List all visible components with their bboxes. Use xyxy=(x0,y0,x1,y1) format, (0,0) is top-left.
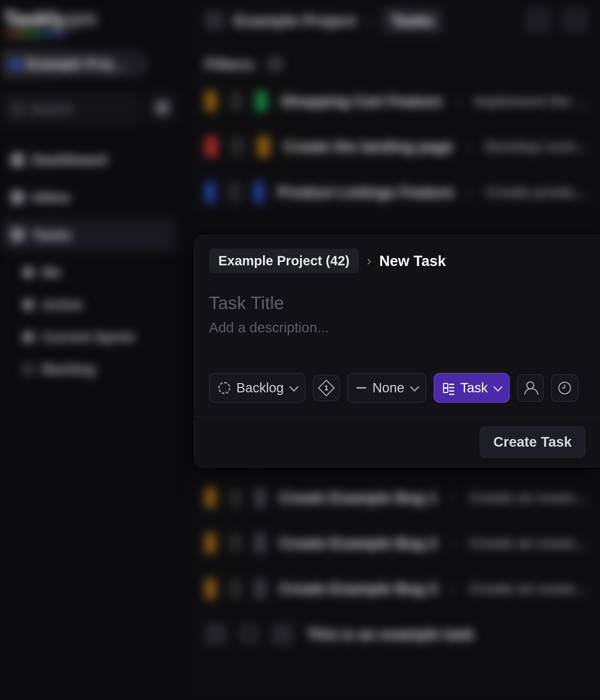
task-row[interactable]: Create Example Bug 1›Create an exam… xyxy=(205,487,589,508)
task-desc: Create an exam… xyxy=(469,489,589,506)
sidebar-item-dashboard[interactable]: Dashboard xyxy=(1,143,177,177)
task-type-icon xyxy=(443,382,454,394)
task-category-square xyxy=(253,181,264,203)
brand-name: Taskly xyxy=(4,7,66,30)
brand-logo: Tasklypm xyxy=(1,7,177,31)
task-desc: Implement the … xyxy=(474,93,589,109)
subnav-current-sprint[interactable]: Current Sprint xyxy=(14,322,178,351)
task-title: This is an example task xyxy=(307,626,474,643)
create-task-button[interactable]: Create Task xyxy=(480,426,585,458)
task-title: Create Example Bug 3 xyxy=(279,580,438,597)
modal-header: Example Project (42) › New Task xyxy=(194,235,600,276)
add-filter-button[interactable] xyxy=(267,56,283,72)
settings-button[interactable] xyxy=(147,92,178,123)
search-input[interactable]: Search xyxy=(1,92,140,126)
task-progress-ring xyxy=(230,580,241,598)
task-progress-ring xyxy=(229,183,240,201)
priority-none-icon xyxy=(356,387,366,389)
chevron-right-icon: › xyxy=(367,253,371,268)
task-description-input[interactable] xyxy=(209,316,585,352)
active-icon xyxy=(23,299,34,310)
type-picker[interactable]: Task xyxy=(434,373,510,403)
task-row[interactable]: Create the landing page›Develop cont… xyxy=(205,136,589,157)
topbar: Example Project › Tasks xyxy=(188,3,600,48)
breadcrumb-project-chip[interactable]: Example Project (42) xyxy=(209,249,359,273)
task-progress-ring xyxy=(240,625,258,643)
user-icon xyxy=(524,381,536,395)
new-task-modal: Example Project (42) › New Task Backlog … xyxy=(194,235,600,467)
task-title: Product Listings Feature xyxy=(278,184,454,201)
chevron-right-icon: › xyxy=(366,13,371,28)
sidebar-item-inbox[interactable]: Inbox xyxy=(1,180,177,214)
search-placeholder: Search xyxy=(30,101,73,117)
priority-label: None xyxy=(372,380,404,395)
subnav-label: Active xyxy=(42,297,83,312)
task-desc: Create an exam… xyxy=(469,581,589,597)
task-category-square xyxy=(257,136,270,157)
subnav-backlog[interactable]: Backlog xyxy=(14,355,178,384)
task-progress-ring xyxy=(230,92,242,110)
backlog-icon xyxy=(23,363,34,375)
modal-title: New Task xyxy=(379,253,446,269)
project-name: Example Proj… xyxy=(26,57,126,72)
inbox-icon xyxy=(11,191,24,204)
sidebar-item-tasks[interactable]: Tasks xyxy=(1,218,177,252)
topbar-button-b[interactable] xyxy=(562,7,589,34)
topbar-button-a[interactable] xyxy=(524,7,552,34)
priority-picker[interactable]: None xyxy=(347,373,426,403)
task-title: Shopping Cart Feature xyxy=(281,93,442,110)
sidebar-item-label: Inbox xyxy=(32,189,70,206)
gear-icon xyxy=(156,101,169,114)
task-desc: Develop cont… xyxy=(485,139,589,155)
sprint-icon xyxy=(318,379,335,396)
due-date-picker[interactable] xyxy=(551,374,578,402)
task-category-square xyxy=(254,487,266,508)
separator: › xyxy=(451,581,455,597)
chevron-down-icon xyxy=(410,382,419,392)
breadcrumb-project[interactable]: Example Project xyxy=(234,11,356,30)
task-status-square xyxy=(205,136,218,157)
modal-body xyxy=(194,276,600,373)
task-desc: Create produ… xyxy=(486,184,589,200)
task-row[interactable]: Create Example Bug 2›Create an exam… xyxy=(205,532,589,554)
task-status-square xyxy=(205,487,216,508)
task-row[interactable]: This is an example task xyxy=(205,623,589,645)
subnav-me[interactable]: Me xyxy=(14,258,178,287)
user-icon xyxy=(23,267,34,278)
sidebar-item-label: Tasks xyxy=(32,227,71,243)
sidebar: Tasklypm Example Proj… Search Dashboard xyxy=(0,0,184,700)
assignee-picker[interactable] xyxy=(517,374,544,402)
task-progress-ring xyxy=(230,534,241,552)
task-category-square xyxy=(255,90,267,112)
filters-label: Filters: xyxy=(205,55,257,73)
task-category-square xyxy=(254,532,266,554)
status-label: Backlog xyxy=(236,380,284,395)
chevron-down-icon xyxy=(493,382,503,392)
task-title: Create Example Bug 1 xyxy=(279,489,438,506)
task-row[interactable]: Create Example Bug 3›Create an exam… xyxy=(205,578,589,599)
task-category-square xyxy=(254,578,266,599)
subnav-active[interactable]: Active xyxy=(14,290,178,319)
tasks-icon xyxy=(11,228,24,241)
sprint-picker[interactable] xyxy=(313,375,340,401)
task-category-square xyxy=(271,623,293,645)
separator: › xyxy=(456,93,460,109)
project-switcher[interactable]: Example Proj… xyxy=(1,50,149,79)
task-title: Create the landing page xyxy=(284,138,453,155)
task-status-square xyxy=(205,181,215,203)
subnav-label: Backlog xyxy=(42,362,95,377)
task-status-square xyxy=(205,578,216,599)
task-progress-ring xyxy=(231,138,243,156)
task-title-input[interactable] xyxy=(209,290,585,316)
backlog-icon xyxy=(218,382,230,394)
chevron-down-icon xyxy=(289,382,299,392)
task-row[interactable]: Shopping Cart Feature›Implement the … xyxy=(205,90,589,112)
separator: › xyxy=(451,489,455,506)
separator: › xyxy=(451,535,455,551)
clock-icon xyxy=(558,382,571,394)
task-progress-ring xyxy=(230,489,241,506)
status-picker[interactable]: Backlog xyxy=(209,373,306,403)
task-title: Create Example Bug 2 xyxy=(279,535,438,552)
task-row[interactable]: Product Listings Feature›Create produ… xyxy=(205,181,589,203)
brand-suffix: pm xyxy=(68,7,96,30)
